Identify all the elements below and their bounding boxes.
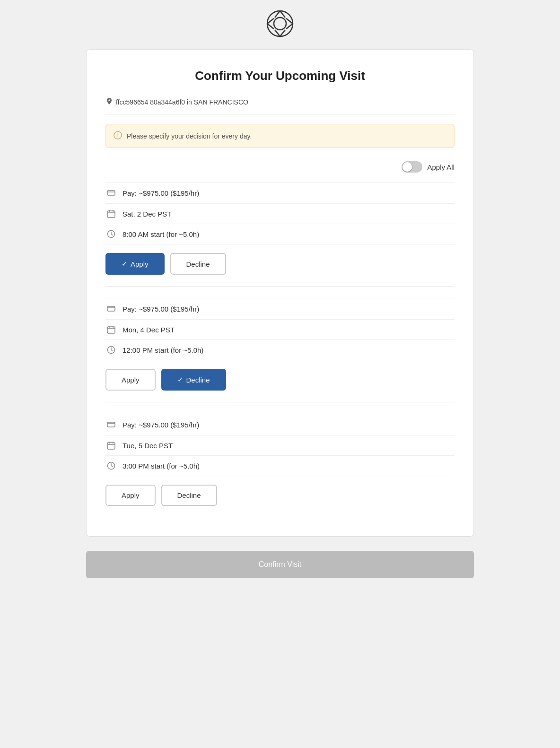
visit-3-time: 3:00 PM start (for ~5.0h)	[122, 462, 200, 470]
visit-1-time-row: 8:00 AM start (for ~5.0h)	[105, 224, 455, 244]
notice-bar: i Please specify your decision for every…	[105, 124, 455, 148]
visit-section-2: Pay: ~$975.00 ($195/hr) Mon, 4 Dec PST	[105, 298, 455, 391]
notice-icon: i	[114, 131, 122, 141]
pay-icon-3	[105, 420, 117, 429]
checkmark-icon-1: ✓	[122, 260, 128, 268]
visit-1-apply-button[interactable]: ✓ Apply	[105, 253, 165, 275]
divider-1	[105, 286, 455, 287]
visit-section-1: Pay: ~$975.00 ($195/hr) Sat, 2 Dec PST	[105, 182, 455, 275]
visit-2-date: Mon, 4 Dec PST	[122, 326, 175, 334]
notice-text: Please specify your decision for every d…	[127, 132, 252, 140]
clock-icon-3	[105, 461, 117, 470]
svg-rect-14	[107, 211, 115, 217]
page-wrapper: Confirm Your Upcoming Visit ffcc596654 8…	[0, 9, 560, 597]
pay-icon-1	[105, 188, 117, 198]
visit-2-pay-row: Pay: ~$975.00 ($195/hr)	[105, 298, 455, 320]
svg-text:i: i	[117, 133, 118, 138]
svg-point-0	[267, 11, 293, 36]
lifesaver-icon	[266, 9, 294, 38]
apply-all-toggle[interactable]	[402, 161, 422, 173]
location-pin-icon	[105, 97, 113, 106]
location-row: ffcc596654 80a344a6f0 in SAN FRANCISCO	[105, 97, 455, 114]
calendar-icon-2	[105, 325, 117, 334]
svg-rect-21	[107, 306, 115, 311]
visit-2-time-row: 12:00 PM start (for ~5.0h)	[105, 340, 455, 360]
visit-3-time-row: 3:00 PM start (for ~5.0h)	[105, 456, 455, 476]
location-text: ffcc596654 80a344a6f0 in SAN FRANCISCO	[116, 98, 248, 106]
visit-2-decline-button[interactable]: ✓ Decline	[161, 369, 226, 391]
visit-1-date-row: Sat, 2 Dec PST	[105, 204, 455, 224]
visit-3-decline-button[interactable]: Decline	[161, 485, 217, 506]
visit-1-pay-row: Pay: ~$975.00 ($195/hr)	[105, 182, 455, 204]
visit-1-btn-row: ✓ Apply Decline	[105, 253, 455, 275]
svg-line-38	[111, 466, 113, 467]
visit-3-date-row: Tue, 5 Dec PST	[105, 435, 455, 456]
visit-2-date-row: Mon, 4 Dec PST	[105, 320, 455, 340]
checkmark-icon-2: ✓	[177, 375, 184, 384]
svg-rect-32	[107, 443, 115, 449]
main-card: Confirm Your Upcoming Visit ffcc596654 8…	[86, 49, 474, 537]
clock-icon-1	[105, 230, 117, 238]
visit-1-decline-button[interactable]: Decline	[170, 253, 226, 275]
clock-icon-2	[105, 346, 117, 354]
visit-3-apply-button[interactable]: Apply	[105, 485, 156, 506]
apply-all-label: Apply All	[427, 163, 455, 171]
confirm-visit-button[interactable]: Confirm Visit	[86, 551, 474, 578]
visit-2-pay: Pay: ~$975.00 ($195/hr)	[122, 305, 199, 313]
visit-2-time: 12:00 PM start (for ~5.0h)	[122, 346, 203, 354]
svg-line-20	[111, 234, 113, 235]
visit-3-btn-row: Apply Decline	[105, 485, 455, 506]
page-title: Confirm Your Upcoming Visit	[105, 69, 455, 83]
visit-3-pay-row: Pay: ~$975.00 ($195/hr)	[105, 414, 455, 435]
calendar-icon-1	[105, 209, 117, 218]
visit-3-date: Tue, 5 Dec PST	[122, 442, 173, 450]
visit-1-date: Sat, 2 Dec PST	[122, 210, 171, 218]
visit-1-pay: Pay: ~$975.00 ($195/hr)	[122, 189, 199, 197]
svg-rect-23	[107, 327, 115, 333]
apply-all-row: Apply All	[105, 161, 455, 173]
logo-area	[266, 9, 294, 40]
svg-rect-30	[107, 422, 115, 427]
visit-section-3: Pay: ~$975.00 ($195/hr) Tue, 5 Dec PST	[105, 414, 455, 506]
visit-3-pay: Pay: ~$975.00 ($195/hr)	[122, 421, 199, 429]
calendar-icon-3	[105, 441, 117, 450]
svg-line-29	[111, 350, 113, 351]
divider-2	[105, 402, 455, 402]
visit-1-time: 8:00 AM start (for ~5.0h)	[122, 230, 199, 238]
svg-rect-12	[107, 191, 115, 195]
visit-2-btn-row: Apply ✓ Decline	[105, 369, 455, 391]
svg-point-1	[274, 17, 286, 30]
visit-2-apply-button[interactable]: Apply	[105, 369, 156, 391]
pay-icon-2	[105, 304, 117, 313]
